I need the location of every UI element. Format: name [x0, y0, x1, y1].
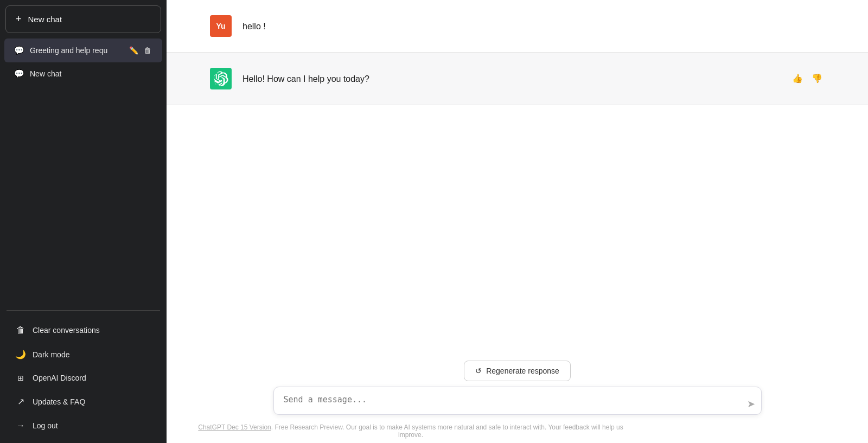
new-chat-button[interactable]: + New chat [5, 5, 161, 33]
delete-chat-button[interactable]: 🗑 [143, 45, 152, 56]
sidebar-divider [7, 310, 160, 311]
regenerate-button[interactable]: ↺ Regenerate response [464, 361, 571, 381]
footer-version-link[interactable]: ChatGPT Dec 15 Version [198, 423, 271, 431]
send-button[interactable]: ➤ [747, 398, 755, 410]
sidebar-bottom: 🗑 Clear conversations 🌙 Dark mode ⊞ Open… [0, 315, 167, 443]
main-content: Yu hello ! Hello! How can I help you tod… [167, 0, 868, 443]
faq-label: Updates & FAQ [33, 397, 85, 406]
user-message-text: hello ! [242, 15, 825, 34]
thumbs-up-button[interactable]: 👍 [790, 72, 805, 85]
footer-suffix: . Free Research Preview. Our goal is to … [271, 423, 623, 439]
message-actions: 👍 👎 [790, 68, 825, 85]
regenerate-label: Regenerate response [486, 367, 559, 375]
footer-text: ChatGPT Dec 15 Version. Free Research Pr… [167, 421, 655, 443]
chat-item-actions: ✏️ 🗑 [128, 45, 152, 56]
chat-item-new-label: New chat [30, 69, 61, 78]
logout-label: Log out [33, 421, 58, 430]
chat-icon-2: 💬 [14, 69, 24, 79]
regenerate-icon: ↺ [475, 367, 482, 375]
chat-item-greeting[interactable]: 💬 Greeting and help requ ✏️ 🗑 [4, 38, 162, 62]
external-link-icon: ↗ [15, 396, 26, 407]
sidebar-action-logout[interactable]: → Log out [4, 414, 162, 438]
input-box-wrapper: ➤ [273, 387, 762, 417]
thumbs-down-button[interactable]: 👎 [809, 72, 825, 85]
chat-bottom: ↺ Regenerate response ➤ [167, 352, 868, 421]
chat-messages: Yu hello ! Hello! How can I help you tod… [167, 0, 868, 352]
chat-item-label: Greeting and help requ [30, 46, 107, 55]
logout-icon: → [15, 421, 26, 431]
discord-label: OpenAI Discord [33, 374, 86, 382]
user-message-row: Yu hello ! [167, 0, 868, 52]
chat-icon: 💬 [14, 46, 24, 55]
edit-chat-button[interactable]: ✏️ [128, 45, 139, 56]
chat-item-new[interactable]: 💬 New chat [4, 62, 162, 85]
trash-icon: 🗑 [15, 325, 26, 335]
sidebar: + New chat 💬 Greeting and help requ ✏️ 🗑… [0, 0, 167, 443]
send-icon: ➤ [747, 399, 755, 409]
plus-icon: + [16, 14, 22, 25]
chat-list: 💬 Greeting and help requ ✏️ 🗑 💬 New chat [0, 36, 167, 306]
gpt-avatar [210, 68, 232, 89]
assistant-message-text: Hello! How can I help you today? [242, 68, 779, 86]
sidebar-action-discord[interactable]: ⊞ OpenAI Discord [4, 367, 162, 389]
moon-icon: 🌙 [15, 349, 26, 359]
user-avatar: Yu [210, 15, 232, 37]
dark-mode-label: Dark mode [33, 350, 69, 359]
openai-logo-icon [213, 71, 228, 86]
new-chat-label: New chat [28, 15, 62, 24]
sidebar-action-clear[interactable]: 🗑 Clear conversations [4, 318, 162, 342]
clear-conversations-label: Clear conversations [33, 326, 100, 335]
discord-icon: ⊞ [15, 374, 26, 382]
sidebar-action-darkmode[interactable]: 🌙 Dark mode [4, 342, 162, 367]
message-input[interactable] [273, 387, 762, 415]
user-initials: Yu [216, 22, 225, 30]
assistant-message-row: Hello! How can I help you today? 👍 👎 [167, 52, 868, 105]
sidebar-action-faq[interactable]: ↗ Updates & FAQ [4, 389, 162, 414]
